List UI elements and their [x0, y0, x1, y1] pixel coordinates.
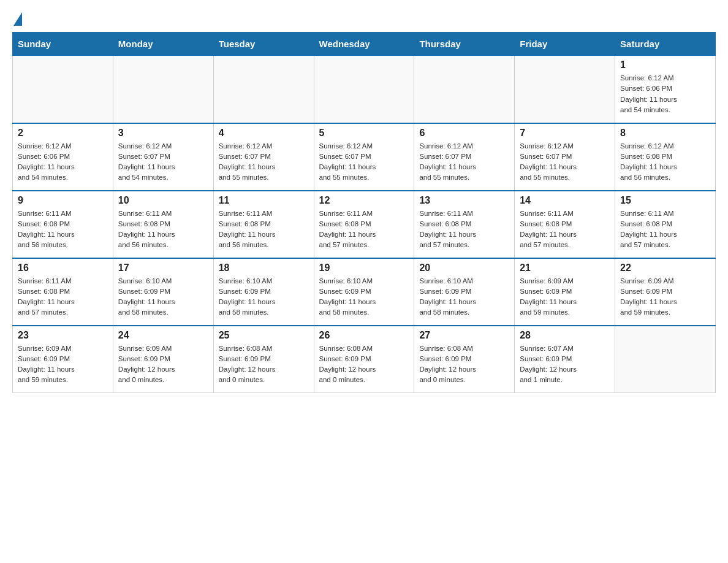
calendar-week-row: 9Sunrise: 6:11 AMSunset: 6:08 PMDaylight…: [13, 191, 716, 258]
day-info: Sunrise: 6:10 AMSunset: 6:09 PMDaylight:…: [319, 276, 409, 318]
calendar-cell: 3Sunrise: 6:12 AMSunset: 6:07 PMDaylight…: [113, 123, 213, 191]
day-info: Sunrise: 6:10 AMSunset: 6:09 PMDaylight:…: [419, 276, 509, 318]
calendar-week-row: 16Sunrise: 6:11 AMSunset: 6:08 PMDayligh…: [13, 258, 716, 326]
page-header: [12, 12, 716, 26]
calendar-cell: 17Sunrise: 6:10 AMSunset: 6:09 PMDayligh…: [113, 258, 213, 326]
calendar-cell: 7Sunrise: 6:12 AMSunset: 6:07 PMDaylight…: [515, 123, 615, 191]
logo: [12, 12, 22, 26]
day-info: Sunrise: 6:10 AMSunset: 6:09 PMDaylight:…: [118, 276, 208, 318]
day-number: 7: [520, 128, 610, 139]
day-number: 27: [419, 330, 509, 341]
day-info: Sunrise: 6:09 AMSunset: 6:09 PMDaylight:…: [18, 343, 108, 386]
calendar-cell: 18Sunrise: 6:10 AMSunset: 6:09 PMDayligh…: [213, 258, 314, 326]
day-number: 4: [219, 128, 309, 139]
day-number: 22: [620, 262, 710, 274]
calendar-week-row: 1Sunrise: 6:12 AMSunset: 6:06 PMDaylight…: [13, 56, 716, 123]
day-number: 2: [18, 128, 108, 139]
calendar-cell: 15Sunrise: 6:11 AMSunset: 6:08 PMDayligh…: [615, 191, 716, 258]
day-info: Sunrise: 6:12 AMSunset: 6:07 PMDaylight:…: [219, 141, 309, 183]
day-number: 6: [419, 128, 509, 139]
calendar-cell: 28Sunrise: 6:07 AMSunset: 6:09 PMDayligh…: [515, 326, 615, 393]
day-number: 11: [219, 195, 309, 206]
calendar-cell: [414, 56, 515, 123]
calendar-cell: 19Sunrise: 6:10 AMSunset: 6:09 PMDayligh…: [314, 258, 414, 326]
day-of-week-header: Friday: [515, 33, 615, 56]
day-info: Sunrise: 6:10 AMSunset: 6:09 PMDaylight:…: [219, 276, 309, 318]
day-info: Sunrise: 6:09 AMSunset: 6:09 PMDaylight:…: [620, 276, 710, 318]
day-number: 10: [118, 195, 208, 206]
day-number: 19: [319, 262, 409, 274]
calendar-cell: [13, 56, 113, 123]
day-of-week-header: Sunday: [13, 33, 113, 56]
day-number: 24: [118, 330, 208, 341]
day-number: 28: [520, 330, 610, 341]
day-info: Sunrise: 6:11 AMSunset: 6:08 PMDaylight:…: [219, 209, 309, 251]
calendar-cell: 24Sunrise: 6:09 AMSunset: 6:09 PMDayligh…: [113, 326, 213, 393]
calendar-cell: 14Sunrise: 6:11 AMSunset: 6:08 PMDayligh…: [515, 191, 615, 258]
calendar-header-row: SundayMondayTuesdayWednesdayThursdayFrid…: [13, 33, 716, 56]
day-number: 8: [620, 128, 710, 139]
day-number: 23: [18, 330, 108, 341]
calendar-cell: 4Sunrise: 6:12 AMSunset: 6:07 PMDaylight…: [213, 123, 314, 191]
day-of-week-header: Wednesday: [314, 33, 414, 56]
day-number: 14: [520, 195, 610, 206]
day-number: 17: [118, 262, 208, 274]
day-number: 25: [219, 330, 309, 341]
calendar-cell: 21Sunrise: 6:09 AMSunset: 6:09 PMDayligh…: [515, 258, 615, 326]
logo-triangle-icon: [13, 12, 22, 26]
day-info: Sunrise: 6:12 AMSunset: 6:07 PMDaylight:…: [319, 141, 409, 183]
calendar-cell: 13Sunrise: 6:11 AMSunset: 6:08 PMDayligh…: [414, 191, 515, 258]
day-info: Sunrise: 6:12 AMSunset: 6:07 PMDaylight:…: [419, 141, 509, 183]
calendar-cell: 8Sunrise: 6:12 AMSunset: 6:08 PMDaylight…: [615, 123, 716, 191]
day-info: Sunrise: 6:11 AMSunset: 6:08 PMDaylight:…: [18, 276, 108, 318]
day-info: Sunrise: 6:11 AMSunset: 6:08 PMDaylight:…: [118, 209, 208, 251]
day-number: 12: [319, 195, 409, 206]
calendar-cell: [213, 56, 314, 123]
calendar-cell: 25Sunrise: 6:08 AMSunset: 6:09 PMDayligh…: [213, 326, 314, 393]
day-number: 1: [620, 59, 710, 71]
calendar-cell: 2Sunrise: 6:12 AMSunset: 6:06 PMDaylight…: [13, 123, 113, 191]
calendar-cell: 10Sunrise: 6:11 AMSunset: 6:08 PMDayligh…: [113, 191, 213, 258]
calendar-cell: 5Sunrise: 6:12 AMSunset: 6:07 PMDaylight…: [314, 123, 414, 191]
day-info: Sunrise: 6:12 AMSunset: 6:08 PMDaylight:…: [620, 141, 710, 183]
calendar-cell: 27Sunrise: 6:08 AMSunset: 6:09 PMDayligh…: [414, 326, 515, 393]
day-number: 13: [419, 195, 509, 206]
day-info: Sunrise: 6:08 AMSunset: 6:09 PMDaylight:…: [419, 343, 509, 386]
day-info: Sunrise: 6:11 AMSunset: 6:08 PMDaylight:…: [319, 209, 409, 251]
day-number: 21: [520, 262, 610, 274]
calendar-cell: 12Sunrise: 6:11 AMSunset: 6:08 PMDayligh…: [314, 191, 414, 258]
day-number: 15: [620, 195, 710, 206]
day-number: 9: [18, 195, 108, 206]
calendar-cell: [314, 56, 414, 123]
day-info: Sunrise: 6:12 AMSunset: 6:06 PMDaylight:…: [18, 141, 108, 183]
day-number: 3: [118, 128, 208, 139]
day-info: Sunrise: 6:11 AMSunset: 6:08 PMDaylight:…: [18, 209, 108, 251]
day-of-week-header: Saturday: [615, 33, 716, 56]
calendar-cell: 22Sunrise: 6:09 AMSunset: 6:09 PMDayligh…: [615, 258, 716, 326]
calendar-cell: 6Sunrise: 6:12 AMSunset: 6:07 PMDaylight…: [414, 123, 515, 191]
day-number: 16: [18, 262, 108, 274]
calendar-cell: 11Sunrise: 6:11 AMSunset: 6:08 PMDayligh…: [213, 191, 314, 258]
day-info: Sunrise: 6:11 AMSunset: 6:08 PMDaylight:…: [620, 209, 710, 251]
day-info: Sunrise: 6:08 AMSunset: 6:09 PMDaylight:…: [319, 343, 409, 386]
calendar-cell: 23Sunrise: 6:09 AMSunset: 6:09 PMDayligh…: [13, 326, 113, 393]
day-number: 5: [319, 128, 409, 139]
day-info: Sunrise: 6:12 AMSunset: 6:07 PMDaylight:…: [520, 141, 610, 183]
day-number: 20: [419, 262, 509, 274]
calendar-week-row: 23Sunrise: 6:09 AMSunset: 6:09 PMDayligh…: [13, 326, 716, 393]
calendar-cell: [113, 56, 213, 123]
day-info: Sunrise: 6:07 AMSunset: 6:09 PMDaylight:…: [520, 343, 610, 386]
calendar-cell: 20Sunrise: 6:10 AMSunset: 6:09 PMDayligh…: [414, 258, 515, 326]
calendar-cell: [615, 326, 716, 393]
day-info: Sunrise: 6:08 AMSunset: 6:09 PMDaylight:…: [219, 343, 309, 386]
day-info: Sunrise: 6:11 AMSunset: 6:08 PMDaylight:…: [520, 209, 610, 251]
day-info: Sunrise: 6:12 AMSunset: 6:07 PMDaylight:…: [118, 141, 208, 183]
calendar-cell: 1Sunrise: 6:12 AMSunset: 6:06 PMDaylight…: [615, 56, 716, 123]
day-info: Sunrise: 6:11 AMSunset: 6:08 PMDaylight:…: [419, 209, 509, 251]
day-info: Sunrise: 6:12 AMSunset: 6:06 PMDaylight:…: [620, 73, 710, 115]
calendar-table: SundayMondayTuesdayWednesdayThursdayFrid…: [12, 32, 716, 393]
calendar-week-row: 2Sunrise: 6:12 AMSunset: 6:06 PMDaylight…: [13, 123, 716, 191]
calendar-cell: 16Sunrise: 6:11 AMSunset: 6:08 PMDayligh…: [13, 258, 113, 326]
day-of-week-header: Thursday: [414, 33, 515, 56]
day-of-week-header: Monday: [113, 33, 213, 56]
